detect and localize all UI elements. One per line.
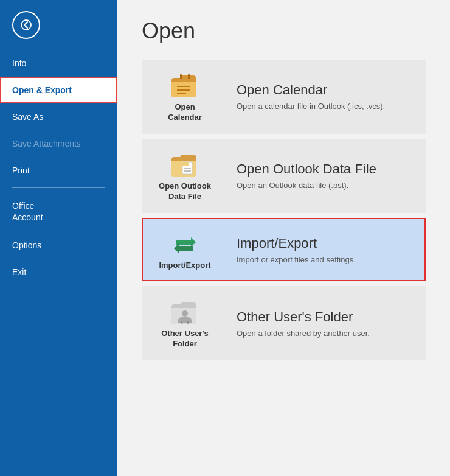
page-title: Open [142, 18, 426, 44]
sidebar: Info Open & Export Save As Save Attachme… [0, 0, 117, 476]
tile-other-users-folder[interactable]: Other User'sFolder Other User's Folder O… [142, 286, 426, 360]
tile-import-export[interactable]: Import/Export Import/Export Import or ex… [142, 218, 426, 282]
back-button[interactable] [12, 11, 40, 39]
tile-text-calendar: Open Calendar Open a calendar file in Ou… [227, 61, 424, 133]
tile-icon-area-shared: Other User'sFolder [143, 287, 227, 359]
sidebar-item-office-account[interactable]: OfficeAccount [0, 192, 117, 232]
tile-text-import-export: Import/Export Import or export files and… [227, 219, 424, 281]
tile-desc-import-export: Import or export files and settings. [237, 255, 415, 264]
main-content: Open OpenCalendar Open Calendar [117, 0, 450, 476]
sidebar-item-print[interactable]: Print [0, 157, 117, 184]
tile-open-calendar[interactable]: OpenCalendar Open Calendar Open a calend… [142, 60, 426, 134]
tile-title-calendar: Open Calendar [237, 82, 415, 98]
tile-title-pst: Open Outlook Data File [237, 161, 415, 177]
tile-label-calendar: OpenCalendar [168, 102, 202, 123]
svg-rect-5 [188, 74, 190, 79]
arrows-icon [169, 229, 201, 261]
svg-point-0 [21, 20, 31, 30]
tile-label-arrows: Import/Export [159, 261, 210, 271]
tile-desc-shared: Open a folder shared by another user. [237, 329, 415, 338]
tile-icon-area-calendar: OpenCalendar [143, 61, 227, 133]
tile-text-pst: Open Outlook Data File Open an Outlook d… [227, 140, 424, 212]
calendar-icon [169, 71, 201, 102]
shared-folder-icon [169, 297, 201, 329]
svg-rect-4 [180, 74, 182, 79]
sidebar-item-options[interactable]: Options [0, 232, 117, 259]
pst-icon [169, 150, 201, 181]
svg-point-10 [182, 310, 188, 317]
tile-desc-pst: Open an Outlook data file (.pst). [237, 181, 415, 190]
tile-label-shared: Other User'sFolder [161, 329, 209, 349]
sidebar-item-save-attachments: Save Attachments [0, 130, 117, 157]
sidebar-item-info[interactable]: Info [0, 50, 117, 77]
tile-label-pst: Open OutlookData File [159, 181, 211, 202]
sidebar-divider [12, 187, 105, 188]
tile-icon-area-arrows: Import/Export [143, 219, 227, 281]
tile-desc-calendar: Open a calendar file in Outlook (.ics, .… [237, 102, 415, 111]
sidebar-nav: Info Open & Export Save As Save Attachme… [0, 50, 117, 285]
sidebar-item-open-export[interactable]: Open & Export [0, 77, 117, 103]
tile-text-shared: Other User's Folder Open a folder shared… [227, 287, 424, 359]
tile-open-data-file[interactable]: Open OutlookData File Open Outlook Data … [142, 139, 426, 213]
sidebar-item-save-as[interactable]: Save As [0, 103, 117, 130]
back-button-wrap [0, 0, 117, 47]
svg-rect-7 [182, 162, 189, 166]
sidebar-item-exit[interactable]: Exit [0, 259, 117, 285]
tile-title-import-export: Import/Export [237, 236, 415, 251]
tile-title-shared: Other User's Folder [237, 309, 415, 325]
tile-icon-area-pst: Open OutlookData File [143, 140, 227, 212]
